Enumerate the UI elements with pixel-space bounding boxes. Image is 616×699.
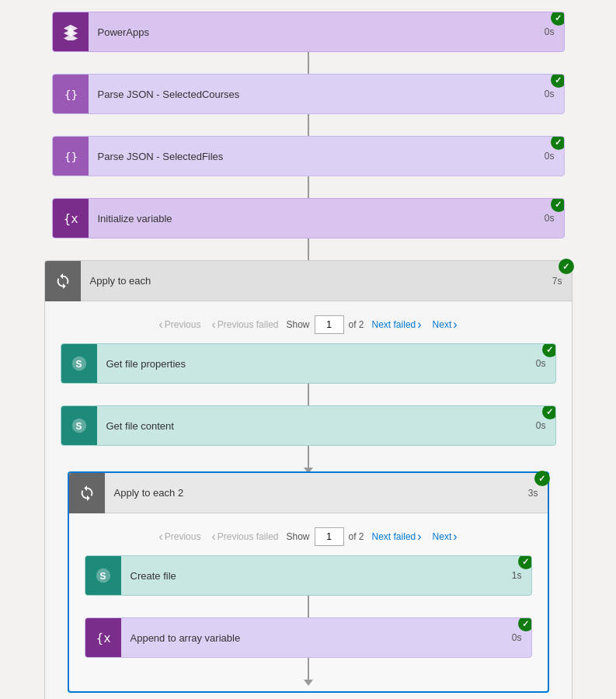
- loop1-next-chevron: [453, 318, 457, 332]
- loop1-prev-chevron: [158, 318, 162, 332]
- svg-text:{}: {}: [64, 88, 78, 101]
- step-powerapps-check: [551, 12, 565, 26]
- step-init-var[interactable]: {x} Initialize variable 0s: [52, 198, 565, 238]
- loop2-duration: 3s: [519, 488, 548, 499]
- append-array-icon: {x}: [85, 617, 121, 658]
- loop2-container: Apply to each 2 3s Previous Previous fai: [68, 471, 549, 693]
- loop2-next-btn[interactable]: Next: [430, 528, 461, 545]
- svg-text:{}: {}: [64, 150, 78, 163]
- step-get-file-props-check: [542, 343, 556, 357]
- loop2-check: [534, 471, 550, 486]
- step-create-file-duration: 1s: [503, 570, 531, 581]
- loop1-label: Apply to each: [81, 275, 543, 287]
- loop2-next-label: Next: [433, 531, 452, 542]
- step-append-array-check: [518, 617, 532, 631]
- step-append-array-label: Append to array variable: [121, 632, 503, 644]
- loop2-prev-btn[interactable]: Previous: [155, 528, 204, 545]
- step-powerapps-duration: 0s: [535, 26, 564, 37]
- step-parse-json-2-label: Parse JSON - SelectedFiles: [89, 151, 535, 162]
- loop1-next-failed-label: Next failed: [372, 319, 416, 330]
- arrow-4: [308, 238, 309, 260]
- step-powerapps-label: PowerApps: [89, 26, 535, 38]
- loop1-prev-failed-btn[interactable]: Previous failed: [208, 316, 281, 333]
- loop1-pagination: Previous Previous failed Show of 2 Next …: [61, 309, 556, 343]
- loop1-prev-label: Previous: [165, 319, 201, 330]
- loop1-next-failed-btn[interactable]: Next failed: [369, 316, 425, 333]
- loop2-pagination: Previous Previous failed Show of 2 Next …: [85, 521, 532, 555]
- loop2-next-failed-chevron: [417, 530, 421, 544]
- loop2-icon: [69, 473, 105, 513]
- step-get-file-content-label: Get file content: [97, 420, 527, 432]
- step-get-file-props-duration: 0s: [527, 358, 555, 369]
- step-append-array[interactable]: {x} Append to array variable 0s: [85, 617, 532, 658]
- step-create-file[interactable]: S Create file 1s: [85, 555, 532, 596]
- step-get-file-props[interactable]: S Get file properties 0s: [61, 343, 556, 384]
- init-var-icon: {x}: [53, 198, 89, 238]
- arrow-2: [308, 114, 309, 136]
- loop1-check: [559, 259, 574, 274]
- step-parse-json-2-check: [551, 136, 565, 150]
- loop1-next-failed-chevron: [417, 318, 421, 332]
- arrow-1: [308, 52, 309, 74]
- arrow-6: [308, 446, 309, 468]
- get-file-props-icon: S: [61, 343, 97, 384]
- loop2-next-failed-label: Next failed: [372, 531, 416, 542]
- loop1-body: Previous Previous failed Show of 2 Next …: [45, 301, 572, 699]
- loop2-header[interactable]: Apply to each 2 3s: [69, 473, 548, 513]
- get-file-content-icon: S: [61, 405, 97, 446]
- arrow-8: [308, 658, 309, 680]
- step-get-file-content-check: [542, 405, 556, 419]
- loop2-body: Previous Previous failed Show of 2 Next …: [69, 513, 548, 691]
- loop2-label: Apply to each 2: [105, 487, 519, 499]
- loop1-show-label: Show: [286, 319, 309, 330]
- step-parse-json-1[interactable]: {} Parse JSON - SelectedCourses 0s: [52, 74, 565, 114]
- arrow-7: [308, 596, 309, 617]
- loop2-of-label: of 2: [349, 531, 364, 542]
- loop1-header[interactable]: Apply to each 7s: [45, 261, 572, 301]
- loop1-of-label: of 2: [349, 319, 364, 330]
- step-parse-json-2[interactable]: {} Parse JSON - SelectedFiles 0s: [52, 136, 565, 176]
- step-parse-json-2-duration: 0s: [535, 151, 564, 162]
- step-get-file-props-label: Get file properties: [97, 358, 527, 370]
- loop1-container: Apply to each 7s Previous Previous faile…: [44, 260, 572, 699]
- loop2-prev-failed-chevron: [211, 530, 215, 544]
- arrow-3: [308, 176, 309, 198]
- step-create-file-label: Create file: [121, 570, 503, 582]
- loop1-duration: 7s: [543, 276, 572, 287]
- step-get-file-content[interactable]: S Get file content 0s: [61, 405, 556, 446]
- step-init-var-label: Initialize variable: [89, 213, 535, 224]
- loop2-prev-failed-btn[interactable]: Previous failed: [208, 528, 281, 545]
- svg-text:S: S: [75, 421, 82, 432]
- loop1-next-btn[interactable]: Next: [430, 316, 461, 333]
- loop2-prev-label: Previous: [165, 531, 201, 542]
- step-parse-json-1-label: Parse JSON - SelectedCourses: [89, 89, 535, 100]
- flow-container: PowerApps 0s {} Parse JSON - SelectedCou…: [0, 0, 616, 699]
- loop1-icon: [45, 261, 81, 301]
- loop1-prev-failed-label: Previous failed: [218, 319, 279, 330]
- loop2-prev-failed-label: Previous failed: [218, 531, 279, 542]
- loop2-next-failed-btn[interactable]: Next failed: [369, 528, 425, 545]
- parse-json-2-icon: {}: [53, 136, 89, 176]
- arrow-5: [308, 384, 309, 405]
- step-init-var-duration: 0s: [535, 213, 564, 224]
- loop1-prev-btn[interactable]: Previous: [155, 316, 204, 333]
- step-append-array-duration: 0s: [503, 632, 531, 643]
- step-powerapps[interactable]: PowerApps 0s: [52, 12, 565, 52]
- powerapps-icon: [53, 12, 89, 52]
- loop2-page-input[interactable]: [315, 527, 344, 546]
- loop1-next-label: Next: [433, 319, 452, 330]
- svg-text:{x}: {x}: [63, 212, 78, 226]
- loop2-show-label: Show: [286, 531, 309, 542]
- step-init-var-check: [551, 198, 565, 212]
- step-get-file-content-duration: 0s: [527, 420, 555, 431]
- loop1-page-input[interactable]: [315, 315, 344, 334]
- svg-text:{x}: {x}: [96, 631, 111, 645]
- step-parse-json-1-check: [551, 74, 565, 88]
- create-file-icon: S: [85, 555, 121, 596]
- step-create-file-check: [518, 555, 532, 569]
- loop2-next-chevron: [453, 530, 457, 544]
- loop1-prev-failed-chevron: [211, 318, 215, 332]
- loop2-prev-chevron: [158, 530, 162, 544]
- svg-text:S: S: [99, 571, 106, 582]
- parse-json-1-icon: {}: [53, 74, 89, 114]
